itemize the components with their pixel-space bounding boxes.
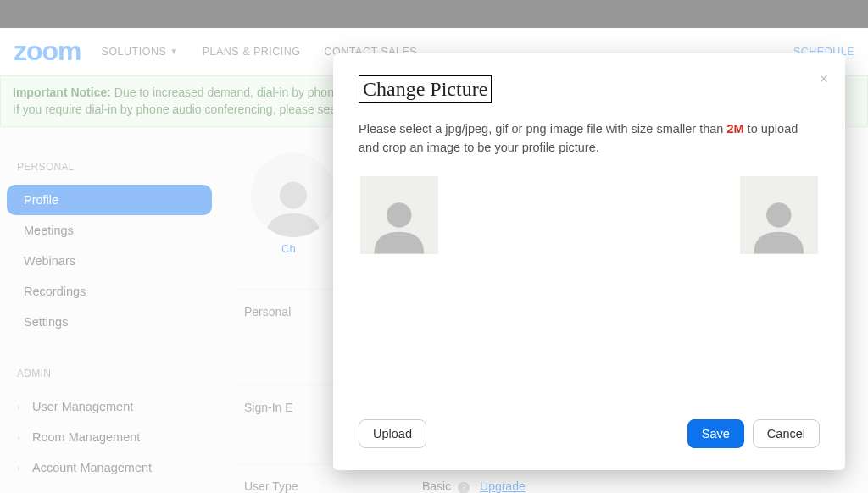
modal-desc-a: Please select a jpg/jpeg, gif or png ima… <box>359 122 726 136</box>
close-icon[interactable]: × <box>819 70 828 88</box>
modal-title: Change Picture <box>359 75 492 103</box>
person-icon <box>748 191 810 254</box>
person-icon <box>368 191 431 254</box>
save-button[interactable]: Save <box>687 419 744 448</box>
upload-button[interactable]: Upload <box>359 419 426 448</box>
svg-point-1 <box>387 202 411 227</box>
change-picture-modal: × Change Picture Please select a jpg/jpe… <box>333 53 845 470</box>
svg-point-2 <box>766 202 791 227</box>
cancel-button[interactable]: Cancel <box>753 419 820 448</box>
modal-footer: Upload Save Cancel <box>359 419 820 448</box>
picture-preview-small <box>740 176 818 254</box>
modal-size-limit: 2M <box>726 122 743 136</box>
modal-preview-row <box>359 176 820 254</box>
picture-preview-large <box>360 176 438 254</box>
modal-description: Please select a jpg/jpeg, gif or png ima… <box>359 120 820 158</box>
